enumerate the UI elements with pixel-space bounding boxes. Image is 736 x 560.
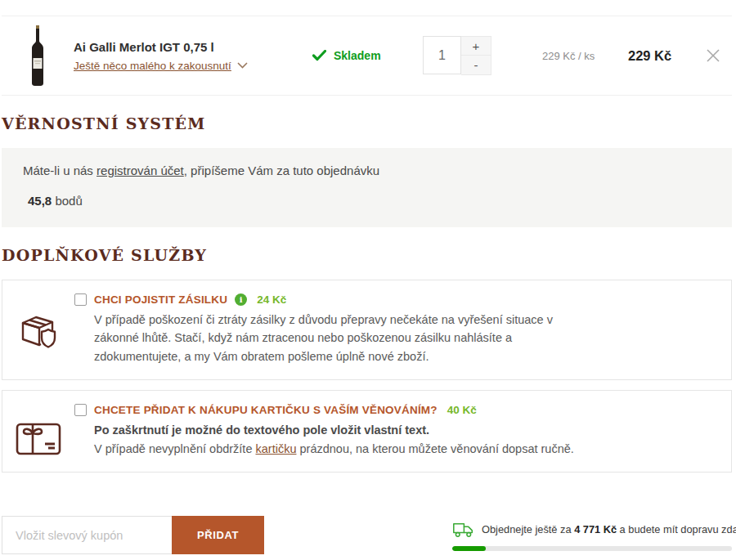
remove-item-icon[interactable] — [706, 48, 720, 63]
shipping-text-before: Objednejte ještě za — [482, 523, 574, 535]
availability-label: Skladem — [334, 49, 381, 62]
registered-account-link[interactable]: registrován účet — [96, 164, 184, 177]
giftcard-description-bold: Po zaškrtnutí je možné do textového pole… — [94, 423, 429, 437]
gift-card-icon — [16, 422, 61, 456]
chevron-down-icon[interactable] — [237, 62, 248, 69]
giftcard-price: 40 Kč — [447, 404, 477, 416]
loyalty-heading: VĚRNOSTNÍ SYSTÉM — [2, 114, 732, 132]
free-shipping-text: Objednejte ještě za 4 771 Kč a budete mí… — [482, 523, 736, 535]
service-insurance-box: CHCI POJISTIT ZÁSILKU i 24 Kč V případě … — [2, 280, 732, 380]
coupon-input[interactable] — [2, 516, 172, 554]
shipping-amount: 4 771 Kč — [574, 523, 617, 535]
bottom-row: PŘIDAT Objednejte ještě za 4 771 Kč a bu… — [2, 516, 732, 554]
service-icon-wrap — [2, 293, 74, 351]
insurance-price: 24 Kč — [257, 293, 286, 306]
loyalty-box: Máte-li u nás registrován účet, připíšem… — [2, 148, 732, 227]
card-link[interactable]: kartičku — [256, 442, 297, 455]
loyalty-text-after: , připíšeme Vám za tuto objednávku — [184, 164, 379, 177]
product-title: Ai Galli Merlot IGT 0,75 l — [74, 40, 312, 54]
service-giftcard-box: CHCETE PŘIDAT K NÁKUPU KARTIČKU S VAŠÍM … — [2, 390, 732, 473]
service-icon-wrap — [2, 404, 74, 456]
wine-bottle-icon — [23, 25, 52, 87]
coupon-add-button[interactable]: PŘIDAT — [172, 516, 264, 554]
loyalty-text-before: Máte-li u nás — [23, 164, 96, 177]
check-icon — [312, 50, 326, 61]
loyalty-text: Máte-li u nás registrován účet, připíšem… — [23, 164, 711, 177]
giftcard-checkbox[interactable] — [74, 404, 87, 416]
quantity-decrease-button[interactable]: - — [461, 56, 491, 75]
giftcard-description: Po zaškrtnutí je možné do textového pole… — [94, 421, 591, 458]
product-image — [23, 25, 52, 87]
insurance-description: V případě poškození či ztráty zásilky z … — [94, 311, 591, 365]
insurance-label[interactable]: CHCI POJISTIT ZÁSILKU — [94, 293, 227, 306]
giftcard-description-text-after: prázdnou, na kterou můžete věnování dops… — [296, 442, 573, 455]
services-heading: DOPLŇKOVÉ SLUŽBY — [2, 246, 732, 264]
shipping-text-after: a budete mít dopravu zdarma. — [617, 523, 736, 535]
points-unit: bodů — [55, 194, 82, 208]
unit-price: 229 Kč / ks — [542, 50, 628, 62]
shipping-progress-track — [452, 546, 732, 551]
quantity-stepper: + - — [423, 36, 491, 75]
availability-status: Skladem — [312, 49, 423, 62]
truck-icon — [452, 521, 474, 538]
points-value: 45,8 — [28, 194, 52, 208]
shipping-progress-fill — [452, 546, 486, 551]
quantity-input[interactable] — [423, 36, 461, 74]
coupon-form: PŘIDAT — [2, 516, 264, 554]
cart-page: Ai Galli Merlot IGT 0,75 l Ještě něco ma… — [0, 16, 734, 554]
info-icon[interactable]: i — [235, 293, 247, 306]
loyalty-points: 45,8 bodů — [23, 194, 711, 208]
product-info: Ai Galli Merlot IGT 0,75 l Ještě něco ma… — [74, 40, 312, 72]
upsell-link[interactable]: Ještě něco malého k zakousnutí — [74, 60, 231, 72]
package-shield-icon — [17, 311, 60, 351]
total-price: 229 Kč — [628, 48, 706, 64]
giftcard-label[interactable]: CHCETE PŘIDAT K NÁKUPU KARTIČKU S VAŠÍM … — [94, 404, 438, 416]
quantity-increase-button[interactable]: + — [461, 36, 491, 56]
giftcard-description-text: V případě nevyplnění obdržíte — [94, 442, 256, 455]
insurance-checkbox[interactable] — [74, 293, 87, 306]
cart-item-row: Ai Galli Merlot IGT 0,75 l Ještě něco ma… — [2, 16, 732, 96]
free-shipping-widget: Objednejte ještě za 4 771 Kč a budete mí… — [452, 516, 732, 551]
